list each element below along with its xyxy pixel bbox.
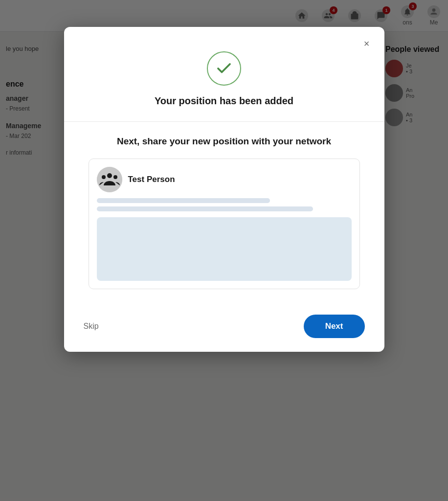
modal-overlay: × Your position has been added Next, sha… [0,0,448,501]
success-section: Your position has been added [64,27,384,121]
next-button[interactable]: Next [304,315,365,338]
success-title: Your position has been added [89,95,360,107]
modal-dialog: × Your position has been added Next, sha… [64,27,384,352]
modal-divider [64,121,384,122]
modal-footer: Skip Next [64,304,384,352]
post-avatar [97,167,122,192]
share-title: Next, share your new position with your … [89,136,360,148]
post-user-name: Test Person [128,175,175,184]
post-placeholder-lines [97,198,352,211]
post-line-1 [97,198,270,203]
close-button[interactable]: × [359,36,375,51]
skip-button[interactable]: Skip [84,322,99,331]
post-line-2 [97,206,314,211]
post-header: Test Person [97,167,352,192]
svg-point-4 [113,175,117,179]
svg-point-3 [102,175,106,179]
post-card: Test Person [89,159,360,289]
svg-point-1 [97,167,122,192]
post-text-area[interactable] [97,217,352,281]
share-section: Next, share your new position with your … [64,136,384,304]
check-icon-wrapper [207,51,241,86]
svg-point-2 [107,173,112,178]
checkmark-icon [215,60,233,77]
